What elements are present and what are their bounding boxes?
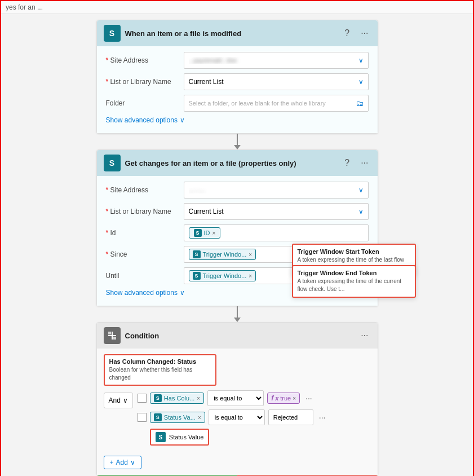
condition-row-1: S Has Colu... × is equal to fx true × · bbox=[138, 390, 371, 406]
id-chip-remove[interactable]: × bbox=[212, 230, 216, 236]
condition-row-2: S Status Va... × is equal to Rejected ··… bbox=[138, 409, 371, 425]
canvas: S When an item or a file is modified ? ·… bbox=[1, 14, 473, 476]
until-chip: S Trigger Windo... × bbox=[189, 270, 256, 281]
chevron-down-icon: ∨ bbox=[358, 56, 364, 64]
changes-id-row: Id S ID × bbox=[106, 224, 369, 241]
trigger-help-button[interactable]: ? bbox=[342, 27, 352, 39]
until-tooltip: Trigger Window End Token A token express… bbox=[292, 265, 416, 298]
site-address-row: Site Address ...pay/email/...line ∨ bbox=[106, 52, 369, 69]
condition-title: Condition bbox=[125, 332, 160, 340]
status-chip-remove[interactable]: × bbox=[198, 415, 201, 421]
chevron-down-icon: ∨ bbox=[180, 289, 185, 297]
row-1-menu[interactable]: ··· bbox=[303, 393, 314, 404]
site-address-label: Site Address bbox=[106, 56, 179, 64]
changes-card: S Get changes for an item or a file (pro… bbox=[96, 149, 378, 306]
changes-title: Get changes for an item or a file (prope… bbox=[125, 159, 296, 168]
changes-list-name-label: List or Library Name bbox=[106, 208, 179, 215]
tooltip-title: Trigger Window Start Token bbox=[298, 248, 410, 255]
chevron-down-icon: ∨ bbox=[123, 396, 128, 404]
since-row: Since S Trigger Windo... × Trigger Windo… bbox=[106, 246, 369, 263]
condition-rows: S Has Colu... × is equal to fx true × · bbox=[138, 390, 371, 446]
page-header: yes for an ... bbox=[1, 1, 473, 14]
show-advanced-trigger[interactable]: Show advanced options ∨ bbox=[106, 116, 369, 127]
chevron-down-icon: ∨ bbox=[130, 459, 135, 466]
condition-body: Has Column Changed: Status Boolean for w… bbox=[97, 349, 378, 475]
site-address-input[interactable]: ...pay/email/...line ∨ bbox=[184, 52, 369, 69]
condition-card: Condition ··· Has Column Changed: Status… bbox=[96, 322, 378, 475]
changes-id-input[interactable]: S ID × bbox=[184, 224, 369, 241]
changes-help-button[interactable]: ? bbox=[342, 157, 352, 169]
status-value-chip: S Status Va... × bbox=[150, 412, 205, 423]
chevron-down-icon: ∨ bbox=[358, 186, 364, 194]
status-value-popup: S Status Value bbox=[150, 429, 210, 446]
fx-remove[interactable]: × bbox=[293, 395, 296, 402]
list-name-input[interactable]: Current List ∨ bbox=[184, 73, 369, 90]
chevron-down-icon: ∨ bbox=[358, 78, 364, 86]
id-chip: S ID × bbox=[189, 227, 221, 239]
changes-list-name-row: List or Library Name Current List ∨ bbox=[106, 203, 369, 220]
changes-id-label: Id bbox=[106, 229, 179, 237]
until-label: Until bbox=[106, 272, 179, 280]
cond-checkbox-2[interactable] bbox=[138, 413, 147, 422]
svg-rect-3 bbox=[113, 337, 116, 340]
add-condition-button[interactable]: + + Add Add ∨ bbox=[104, 456, 141, 469]
trigger-icon: S bbox=[104, 25, 121, 42]
folder-label: Folder bbox=[106, 99, 179, 107]
trigger-header: S When an item or a file is modified ? ·… bbox=[97, 20, 378, 46]
folder-input[interactable]: Select a folder, or leave blank for the … bbox=[184, 95, 369, 112]
plus-icon: + bbox=[110, 459, 114, 466]
connector-1 bbox=[234, 134, 241, 149]
since-chip: S Trigger Windo... × bbox=[189, 249, 256, 260]
chevron-down-icon: ∨ bbox=[180, 116, 185, 124]
changes-site-address-input[interactable]: ... - ... ∨ bbox=[184, 182, 369, 199]
trigger-card: S When an item or a file is modified ? ·… bbox=[96, 20, 378, 134]
cond-checkbox-1[interactable] bbox=[138, 394, 147, 403]
trigger-menu-button[interactable]: ··· bbox=[358, 27, 370, 39]
hcc-desc: Boolean for whether this field has chang… bbox=[109, 366, 211, 382]
svg-rect-2 bbox=[108, 332, 111, 334]
status-value-label: Status Value bbox=[169, 434, 204, 440]
operator-select-2[interactable]: is equal to bbox=[209, 409, 265, 425]
folder-icon: 🗂 bbox=[356, 99, 364, 108]
until-row: Until S Trigger Windo... × Trigger Windo… bbox=[106, 267, 369, 284]
and-badge[interactable]: And ∨ bbox=[104, 393, 133, 408]
list-name-label: List or Library Name bbox=[106, 78, 179, 86]
until-chip-remove[interactable]: × bbox=[249, 273, 252, 279]
changes-menu-button[interactable]: ··· bbox=[358, 157, 370, 169]
hcc-title: Has Column Changed: Status bbox=[109, 358, 211, 365]
svg-rect-1 bbox=[112, 332, 113, 340]
has-column-chip: S Has Colu... × bbox=[150, 393, 204, 404]
since-label: Since bbox=[106, 250, 179, 258]
changes-list-name-input[interactable]: Current List ∨ bbox=[184, 203, 369, 220]
connector-2 bbox=[234, 306, 241, 322]
changes-header: S Get changes for an item or a file (pro… bbox=[97, 150, 378, 176]
row-2-menu[interactable]: ··· bbox=[317, 412, 328, 423]
folder-row: Folder Select a folder, or leave blank f… bbox=[106, 95, 369, 112]
rejected-value: Rejected bbox=[268, 409, 313, 425]
has-column-chip-remove[interactable]: × bbox=[197, 395, 200, 402]
fx-icon: f bbox=[271, 394, 273, 402]
true-chip: fx true × bbox=[267, 393, 300, 404]
changes-body: Site Address ... - ... ∨ List or Library… bbox=[97, 176, 378, 306]
changes-site-address-label: Site Address bbox=[106, 186, 179, 194]
chevron-down-icon: ∨ bbox=[358, 208, 364, 215]
trigger-title: When an item or a file is modified bbox=[125, 29, 242, 38]
changes-site-address-row: Site Address ... - ... ∨ bbox=[106, 182, 369, 199]
hcc-tooltip: Has Column Changed: Status Boolean for w… bbox=[104, 354, 216, 386]
id-chip-icon: S bbox=[194, 229, 202, 237]
trigger-body: Site Address ...pay/email/...line ∨ List… bbox=[97, 46, 378, 133]
list-name-row: List or Library Name Current List ∨ bbox=[106, 73, 369, 90]
tooltip-desc-until: A token expressing the time of the curre… bbox=[298, 277, 410, 293]
condition-header: Condition ··· bbox=[97, 323, 378, 349]
status-popup-chip-icon: S bbox=[156, 432, 166, 442]
operator-select-1[interactable]: is equal to bbox=[207, 390, 264, 406]
and-group: And ∨ S Has Colu... × is equal to bbox=[104, 390, 371, 446]
tooltip-title-until: Trigger Window End Token bbox=[298, 270, 410, 276]
changes-icon: S bbox=[104, 155, 121, 171]
condition-icon bbox=[104, 327, 121, 344]
since-chip-remove[interactable]: × bbox=[249, 252, 252, 258]
condition-menu-button[interactable]: ··· bbox=[358, 329, 370, 342]
